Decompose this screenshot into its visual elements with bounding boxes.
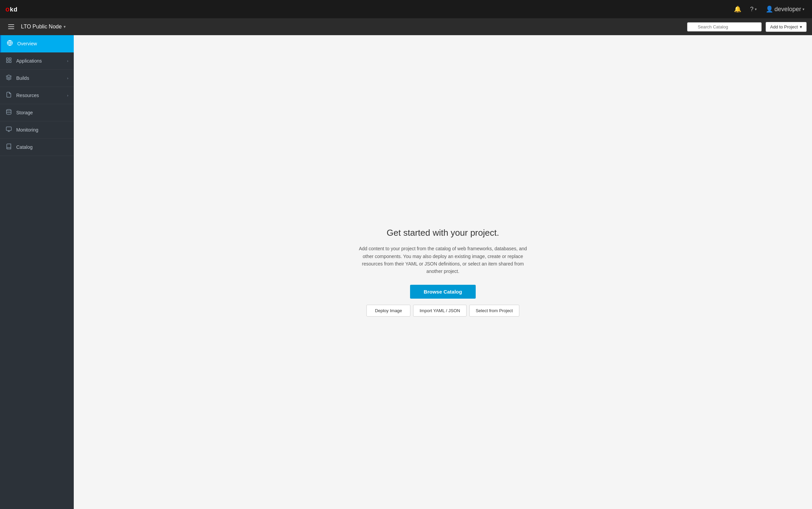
select-from-project-button[interactable]: Select from Project: [469, 305, 519, 317]
svg-rect-3: [6, 61, 8, 63]
notification-button[interactable]: 🔔: [732, 4, 743, 14]
hamburger-line-1: [8, 24, 14, 25]
svg-rect-7: [6, 127, 12, 131]
get-started-card: Get started with your project. Add conte…: [348, 214, 538, 330]
sidebar-item-applications[interactable]: Applications ›: [0, 52, 74, 70]
topbar-right: 🔔 ? ▾ 👤 developer ▾: [732, 4, 807, 14]
applications-icon: [5, 57, 12, 65]
page-description: Add content to your project from the cat…: [355, 245, 531, 275]
monitoring-icon: [5, 126, 12, 134]
page-title: Get started with your project.: [355, 228, 531, 238]
sidebar: Overview Applications › Builds › Resourc…: [0, 35, 74, 509]
svg-point-6: [6, 110, 11, 111]
sidebar-item-resources[interactable]: Resources ›: [0, 87, 74, 104]
builds-chevron-icon: ›: [67, 76, 68, 80]
projectbar: LTO Public Node ▾ 🔍 Add to Project ▾: [0, 18, 812, 35]
search-catalog-input[interactable]: [687, 22, 762, 31]
logo-o: o: [5, 5, 10, 13]
search-catalog-wrapper: 🔍: [687, 22, 762, 31]
notification-icon: 🔔: [734, 5, 741, 13]
logo-kd: kd: [10, 6, 18, 13]
overview-icon: [6, 40, 13, 47]
user-label: developer: [774, 6, 801, 13]
sidebar-resources-label: Resources: [16, 93, 63, 98]
sidebar-applications-label: Applications: [16, 58, 63, 64]
main-layout: Overview Applications › Builds › Resourc…: [0, 35, 812, 509]
svg-marker-5: [6, 75, 12, 78]
help-icon: ?: [750, 6, 753, 13]
sidebar-monitoring-label: Monitoring: [16, 127, 68, 133]
hamburger-line-3: [8, 28, 14, 29]
browse-catalog-button[interactable]: Browse Catalog: [410, 285, 475, 299]
deploy-image-button[interactable]: Deploy Image: [366, 305, 410, 317]
import-yaml-button[interactable]: Import YAML / JSON: [413, 305, 467, 317]
svg-rect-2: [9, 58, 11, 60]
hamburger-line-2: [8, 26, 14, 27]
project-selector[interactable]: LTO Public Node ▾: [21, 24, 66, 30]
okd-logo-text: okd: [5, 5, 18, 13]
help-caret-icon: ▾: [755, 7, 757, 11]
sidebar-item-storage[interactable]: Storage: [0, 104, 74, 121]
action-buttons-group: Deploy Image Import YAML / JSON Select f…: [355, 305, 531, 317]
resources-icon: [5, 92, 12, 99]
sidebar-item-catalog[interactable]: Catalog: [0, 139, 74, 156]
hamburger-button[interactable]: [5, 23, 17, 30]
topbar: okd 🔔 ? ▾ 👤 developer ▾: [0, 0, 812, 18]
sidebar-builds-label: Builds: [16, 75, 63, 81]
resources-chevron-icon: ›: [67, 93, 68, 97]
storage-icon: [5, 109, 12, 116]
project-name-label: LTO Public Node: [21, 24, 62, 30]
builds-icon: [5, 74, 12, 82]
sidebar-storage-label: Storage: [16, 110, 68, 115]
sidebar-overview-label: Overview: [17, 41, 68, 46]
sidebar-item-monitoring[interactable]: Monitoring: [0, 121, 74, 139]
add-to-project-label: Add to Project: [770, 24, 798, 29]
svg-rect-1: [6, 58, 8, 60]
logo: okd: [5, 5, 18, 13]
svg-rect-4: [9, 61, 11, 63]
sidebar-catalog-label: Catalog: [16, 144, 68, 150]
sidebar-item-overview[interactable]: Overview: [0, 35, 74, 52]
add-to-project-caret-icon: ▾: [800, 24, 802, 29]
user-caret-icon: ▾: [803, 7, 805, 11]
catalog-icon: [5, 143, 12, 151]
add-to-project-button[interactable]: Add to Project ▾: [766, 22, 807, 32]
project-caret-icon: ▾: [64, 24, 66, 29]
content-area: Get started with your project. Add conte…: [74, 35, 812, 509]
user-icon: 👤: [766, 5, 773, 13]
help-button[interactable]: ? ▾: [748, 4, 759, 14]
applications-chevron-icon: ›: [67, 59, 68, 63]
sidebar-item-builds[interactable]: Builds ›: [0, 70, 74, 87]
user-menu-button[interactable]: 👤 developer ▾: [764, 4, 807, 14]
